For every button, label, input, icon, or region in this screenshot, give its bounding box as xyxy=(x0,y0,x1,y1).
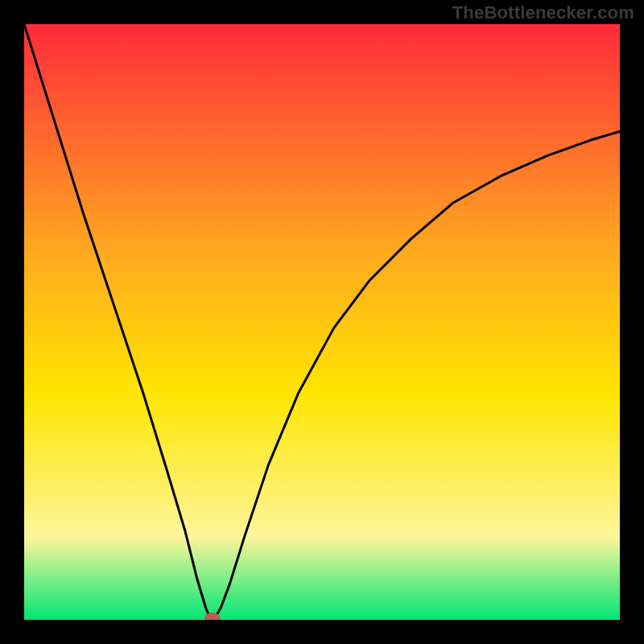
watermark-text: TheBottlenecker.com xyxy=(452,2,634,23)
chart-svg xyxy=(24,24,620,620)
plot-area xyxy=(24,24,620,620)
chart-frame: TheBottlenecker.com xyxy=(0,0,644,644)
gradient-background xyxy=(24,24,620,620)
